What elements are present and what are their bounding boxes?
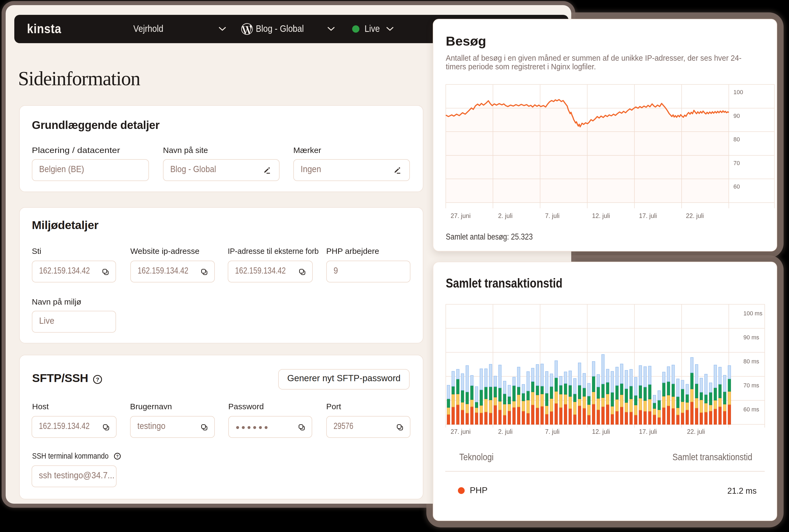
svg-text:22. juli: 22. juli [687, 428, 705, 435]
svg-text:60 ms: 60 ms [744, 406, 759, 413]
svg-text:70: 70 [733, 160, 740, 167]
svg-text:90 ms: 90 ms [744, 334, 759, 341]
svg-text:80 ms: 80 ms [744, 358, 759, 365]
svg-text:17. juli: 17. juli [639, 212, 657, 219]
svg-text:17. juli: 17. juli [639, 428, 657, 435]
svg-text:2. juli: 2. juli [498, 212, 513, 219]
svg-text:27. juni: 27. juni [451, 212, 471, 219]
svg-text:90: 90 [733, 113, 740, 119]
svg-text:100: 100 [733, 89, 743, 95]
svg-text:7. juli: 7. juli [545, 212, 560, 219]
svg-text:100 ms: 100 ms [744, 310, 763, 317]
svg-text:22. juli: 22. juli [686, 212, 704, 219]
svg-text:80: 80 [733, 136, 740, 143]
svg-text:?: ? [96, 376, 99, 382]
svg-text:60: 60 [733, 184, 740, 190]
svg-text:27. juni: 27. juni [451, 428, 471, 435]
svg-text:7. juli: 7. juli [545, 428, 560, 435]
svg-text:12. juli: 12. juli [592, 428, 610, 435]
svg-text:?: ? [116, 454, 118, 458]
svg-text:2. juli: 2. juli [498, 428, 513, 435]
svg-text:12. juli: 12. juli [592, 212, 610, 219]
svg-text:70 ms: 70 ms [744, 382, 759, 389]
